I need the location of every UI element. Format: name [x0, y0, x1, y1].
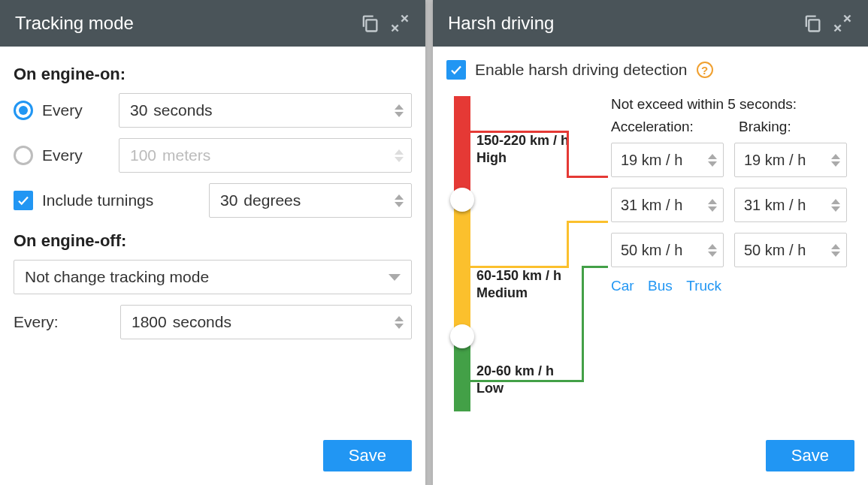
preset-car-link[interactable]: Car	[611, 278, 634, 294]
enable-harsh-checkbox[interactable]	[446, 60, 466, 80]
tracking-mode-panel: Tracking mode On engine-on: Every 30 sec…	[0, 0, 425, 485]
include-turnings-row: Include turnings 30 degrees	[14, 183, 412, 218]
off-seconds-input[interactable]: 1800 seconds	[120, 305, 412, 339]
enable-row: Enable harsh driving detection ?	[446, 60, 854, 80]
spinner-arrows-icon[interactable]	[395, 104, 404, 117]
harsh-body: Enable harsh driving detection ? 150-220…	[433, 47, 868, 431]
svg-rect-0	[366, 20, 377, 31]
harsh-title: Harsh driving	[448, 13, 793, 34]
brake-medium-input[interactable]: 31 km / h	[734, 188, 847, 222]
help-icon[interactable]: ?	[697, 62, 713, 78]
engine-off-label: On engine-off:	[14, 231, 412, 251]
fields-col: Not exceed within 5 seconds: Acceleratio…	[608, 96, 854, 411]
every-off-label: Every:	[14, 313, 111, 331]
enable-harsh-label: Enable harsh driving detection	[475, 61, 688, 79]
connector-low-top	[470, 380, 583, 382]
speed-slider: 150-220 km / hHigh 60-150 km / hMedium 2…	[446, 96, 608, 411]
col-brake-label: Braking:	[739, 119, 791, 135]
accel-medium-input[interactable]: 31 km / h	[611, 188, 724, 222]
connector-low-r	[582, 266, 608, 268]
meters-input: 100 meters	[119, 138, 412, 173]
connector-med-v	[567, 221, 569, 268]
brake-low-input[interactable]: 50 km / h	[734, 233, 847, 267]
seconds-input[interactable]: 30 seconds	[119, 93, 412, 128]
tracking-save-button[interactable]: Save	[323, 440, 412, 471]
every-meters-label: Every	[42, 146, 110, 164]
spinner-arrows-icon[interactable]	[395, 194, 404, 207]
col-accel-label: Acceleration:	[611, 119, 724, 135]
connector-med-r	[567, 221, 608, 223]
tracking-body: On engine-on: Every 30 seconds Every 100…	[0, 47, 425, 431]
harsh-driving-panel: Harsh driving Enable harsh driving detec…	[433, 0, 868, 485]
preset-bus-link[interactable]: Bus	[648, 278, 673, 294]
col-labels: Acceleration: Braking:	[611, 119, 854, 135]
copy-icon[interactable]	[802, 13, 823, 34]
not-exceed-label: Not exceed within 5 seconds:	[611, 96, 854, 113]
include-turnings-label: Include turnings	[42, 191, 200, 209]
collapse-icon[interactable]	[832, 13, 853, 34]
harsh-save-button[interactable]: Save	[766, 440, 854, 471]
spinner-arrows-icon	[395, 149, 404, 162]
spinner-arrows-icon[interactable]	[831, 154, 840, 167]
slider-handle-high-med[interactable]	[450, 188, 474, 212]
connector-low-v	[582, 266, 584, 382]
accel-high-input[interactable]: 19 km / h	[611, 143, 724, 177]
brake-high-input[interactable]: 19 km / h	[734, 143, 847, 177]
connector-high-top	[470, 131, 568, 133]
tracking-title: Tracking mode	[15, 13, 350, 34]
engine-on-label: On engine-on:	[14, 65, 412, 84]
spinner-arrows-icon[interactable]	[831, 199, 840, 212]
interval-seconds-row: Every 30 seconds	[14, 93, 412, 128]
engine-off-mode-row: Not change tracking mode	[14, 260, 412, 294]
include-turnings-checkbox[interactable]	[14, 191, 33, 210]
spinner-arrows-icon[interactable]	[708, 154, 717, 167]
row-high: 19 km / h 19 km / h	[611, 143, 854, 177]
row-low: 50 km / h 50 km / h	[611, 233, 854, 267]
accel-low-input[interactable]: 50 km / h	[611, 233, 724, 267]
slider-handle-med-low[interactable]	[450, 324, 474, 348]
spinner-arrows-icon[interactable]	[708, 199, 717, 212]
degrees-input[interactable]: 30 degrees	[209, 183, 412, 218]
radio-every-meters[interactable]	[14, 146, 33, 165]
svg-rect-1	[809, 20, 819, 31]
slider-seg-high	[454, 96, 470, 200]
connector-high-v	[567, 131, 569, 176]
engine-off-interval-row: Every: 1800 seconds	[14, 305, 412, 339]
spinner-arrows-icon[interactable]	[831, 244, 840, 257]
preset-truck-link[interactable]: Truck	[686, 278, 721, 294]
spinner-arrows-icon[interactable]	[395, 316, 404, 329]
connector-med-top	[470, 266, 568, 268]
range-medium-label: 60-150 km / hMedium	[476, 267, 561, 301]
range-high-label: 150-220 km / hHigh	[476, 132, 569, 166]
row-medium: 31 km / h 31 km / h	[611, 188, 854, 222]
harsh-footer: Save	[433, 431, 868, 485]
copy-icon[interactable]	[359, 13, 380, 34]
chevron-down-icon	[389, 274, 401, 281]
tracking-footer: Save	[0, 431, 425, 485]
harsh-header: Harsh driving	[433, 0, 868, 47]
engine-off-mode-select[interactable]: Not change tracking mode	[14, 260, 412, 294]
connector-high-r	[567, 176, 608, 178]
slider-seg-medium	[454, 200, 470, 336]
tracking-header: Tracking mode	[0, 0, 425, 47]
every-seconds-label: Every	[42, 101, 110, 119]
spinner-arrows-icon[interactable]	[708, 244, 717, 257]
preset-links: Car Bus Truck	[611, 278, 854, 294]
radio-every-seconds[interactable]	[14, 101, 33, 120]
collapse-icon[interactable]	[389, 13, 410, 34]
interval-meters-row: Every 100 meters	[14, 138, 412, 173]
harsh-area: 150-220 km / hHigh 60-150 km / hMedium 2…	[446, 96, 854, 411]
